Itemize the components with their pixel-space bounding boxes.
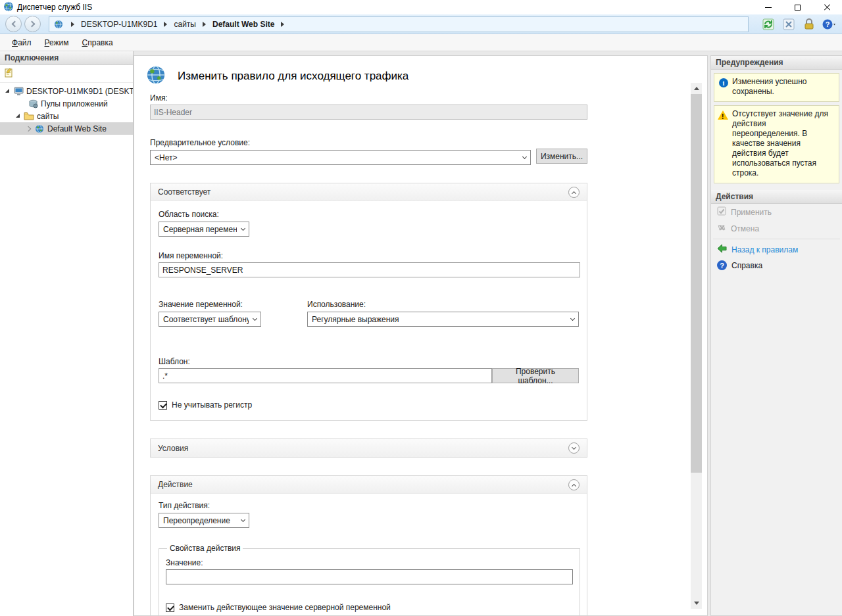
forward-button[interactable] <box>24 16 41 32</box>
maximize-button[interactable] <box>783 0 812 14</box>
connections-panel: Подключения DESKTOP-U1MK9D1 (DESKTOI <box>0 51 134 616</box>
match-section-header[interactable]: Соответствует <box>151 183 587 201</box>
collapse-section-icon[interactable] <box>568 187 580 198</box>
info-alert-text: Изменения успешно сохранены. <box>732 77 806 96</box>
edit-precondition-button[interactable]: Изменить... <box>536 149 587 164</box>
expanded-arrow-icon[interactable] <box>4 87 11 95</box>
menu-view[interactable]: Режим <box>38 36 76 50</box>
minimize-button[interactable] <box>753 0 783 14</box>
expand-section-icon[interactable] <box>568 442 580 454</box>
tree-item-label: Пулы приложений <box>41 99 108 108</box>
application-pools-icon <box>28 99 38 109</box>
help-icon[interactable]: ? <box>822 17 837 32</box>
conditions-section-header[interactable]: Условия <box>151 439 587 457</box>
breadcrumb-separator-icon <box>164 22 167 27</box>
apply-button: Применить <box>711 204 842 220</box>
warning-icon <box>718 110 728 120</box>
actions-header: Действия <box>711 190 842 204</box>
cancel-label: Отмена <box>731 224 759 233</box>
using-select[interactable]: Регулярные выражения <box>307 312 579 327</box>
window-controls <box>753 0 842 14</box>
cancel-button: Отмена <box>711 220 842 237</box>
collapsed-arrow-icon[interactable] <box>25 125 32 132</box>
menu-help[interactable]: Справка <box>76 36 120 50</box>
tree-item-app-pools[interactable]: Пулы приложений <box>0 97 133 110</box>
scroll-down-button[interactable] <box>691 598 702 609</box>
action-section-header[interactable]: Действие <box>151 476 587 494</box>
matching-scope-select[interactable]: Серверная переменн <box>159 222 249 237</box>
name-label: Имя: <box>150 93 707 103</box>
svg-text:?: ? <box>826 20 830 28</box>
breadcrumb-separator-icon <box>71 22 74 27</box>
menu-file[interactable]: Файл <box>5 36 38 50</box>
scroll-up-icon <box>694 87 699 90</box>
scroll-up-button[interactable] <box>691 83 702 94</box>
page-title: Изменить правило для исходящего трафика <box>178 70 409 83</box>
main-layout: Подключения DESKTOP-U1MK9D1 (DESKTOI <box>0 51 842 616</box>
action-type-select[interactable]: Переопределение <box>159 513 249 528</box>
back-to-rules-link[interactable]: Назад к правилам <box>711 241 842 258</box>
close-icon <box>824 3 831 11</box>
info-alert: Изменения успешно сохранены. <box>714 73 839 102</box>
variable-name-input[interactable] <box>159 262 580 277</box>
variable-value-label: Значение переменной: <box>159 300 307 309</box>
matching-scope-label: Область поиска: <box>159 210 579 219</box>
tree-item-sites[interactable]: сайты <box>0 110 133 122</box>
chevron-down-icon <box>518 151 530 164</box>
stop-icon[interactable] <box>781 17 796 32</box>
connections-toolbar <box>0 65 133 83</box>
scrollbar-thumb[interactable] <box>691 94 702 473</box>
connections-header: Подключения <box>0 51 133 65</box>
vertical-scrollbar[interactable] <box>691 83 702 609</box>
restart-icon[interactable] <box>761 17 776 32</box>
tree-item-server[interactable]: DESKTOP-U1MK9D1 (DESKTOI <box>0 85 133 97</box>
breadcrumb[interactable]: DESKTOP-U1MK9D1 сайты Default Web Site <box>49 16 749 32</box>
variable-name-label: Имя переменной: <box>159 251 579 260</box>
alerts-header: Предупреждения <box>711 56 842 70</box>
globe-icon <box>54 20 63 29</box>
breadcrumb-item-default-web-site[interactable]: Default Web Site <box>212 20 274 29</box>
action-section: Действие Тип действия: Переопределение С… <box>150 475 587 616</box>
breadcrumb-item-sites[interactable]: сайты <box>174 20 196 29</box>
precondition-label: Предварительное условие: <box>150 138 707 147</box>
chevron-down-icon <box>237 222 249 236</box>
iis-manager-window: Диспетчер служб IIS DESKTOP-U1MK9D1 сайт… <box>0 0 842 616</box>
replace-server-variable-checkbox[interactable] <box>166 604 174 612</box>
back-icon <box>11 21 18 28</box>
chevron-down-icon <box>249 312 260 326</box>
variable-value-select[interactable]: Соответствует шаблону <box>159 312 261 327</box>
tree-item-default-web-site[interactable]: Default Web Site <box>0 122 133 135</box>
replace-server-variable-label: Заменить действующее значение серверной … <box>179 603 391 612</box>
close-button[interactable] <box>812 0 842 14</box>
action-properties-group: Свойства действия Значение: Заменить дей… <box>159 544 580 616</box>
conditions-section: Условия <box>150 438 587 458</box>
pattern-input[interactable] <box>159 368 492 383</box>
breadcrumb-item-server[interactable]: DESKTOP-U1MK9D1 <box>81 20 157 29</box>
feature-page: Изменить правило для исходящего трафика … <box>134 55 708 616</box>
expanded-arrow-icon[interactable] <box>14 112 22 120</box>
action-value-input[interactable] <box>166 569 573 584</box>
actions-panel: Предупреждения Изменения успешно сохране… <box>710 55 842 616</box>
lock-icon[interactable] <box>802 17 816 32</box>
tree-item-label: DESKTOP-U1MK9D1 (DESKTOI <box>26 87 133 96</box>
scroll-down-icon <box>694 602 699 605</box>
menubar: Файл Режим Справка <box>0 34 842 51</box>
match-section: Соответствует Область поиска: Серверная … <box>150 183 587 421</box>
help-link[interactable]: Справка <box>711 258 842 273</box>
test-pattern-button[interactable]: Проверить шаблон... <box>492 368 579 383</box>
action-value-label: Значение: <box>166 558 573 567</box>
precondition-select[interactable]: <Нет> <box>150 150 531 165</box>
collapse-section-icon[interactable] <box>568 479 580 490</box>
ignore-case-checkbox[interactable] <box>159 401 167 410</box>
maximize-icon <box>795 5 801 11</box>
window-title: Диспетчер служб IIS <box>17 3 92 12</box>
website-globe-icon <box>34 124 45 134</box>
back-arrow-icon <box>717 244 727 255</box>
warning-alert: Отсутствует значение для действия переоп… <box>714 105 839 183</box>
back-button[interactable] <box>5 16 22 32</box>
help-circle-icon <box>717 260 727 270</box>
action-properties-legend: Свойства действия <box>167 544 243 553</box>
page-globe-icon <box>146 65 166 87</box>
help-label: Справка <box>731 261 762 270</box>
create-connection-icon[interactable] <box>3 68 14 80</box>
